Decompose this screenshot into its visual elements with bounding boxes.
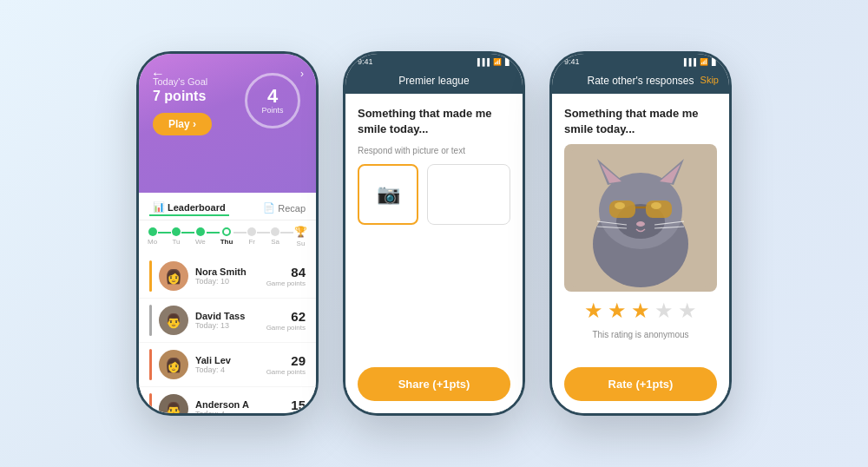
streak-day-su: 🏆 Su <box>294 226 307 247</box>
points-number: 4 <box>267 87 278 106</box>
score-label-1: Game points <box>266 280 306 287</box>
score-label-3: Game points <box>266 368 306 376</box>
streak-line-3 <box>207 232 220 234</box>
streak-day-thu: Thu <box>220 227 233 246</box>
forward-arrow-icon[interactable]: › <box>300 68 304 80</box>
back-arrow-icon[interactable]: ← <box>151 66 165 82</box>
svg-point-11 <box>615 202 625 209</box>
streak-line-6 <box>280 232 293 234</box>
table-row: 👩 Nora Smith Today: 10 84 Game points <box>139 254 316 299</box>
score-label-4: Game points <box>266 412 306 416</box>
leaderboard-list: 👩 Nora Smith Today: 10 84 Game points 👨 … <box>139 251 316 416</box>
tab-leaderboard[interactable]: 📊 Leaderboard <box>149 200 229 216</box>
leaderboard-icon: 📊 <box>153 201 165 213</box>
streak-dot-fr <box>247 227 256 236</box>
streak-day-sa: Sa <box>271 227 279 246</box>
user-name-3: Yali Lev <box>195 355 260 365</box>
user-info-4: Anderson A Today: 4 <box>195 399 260 416</box>
status-icons-2: ▐▐▐ 📶 ▊ <box>475 58 510 66</box>
avatar-2: 👨 <box>159 306 188 335</box>
phone-3: 9:41 ▐▐▐ 📶 ▊ Rate other's responses Skip… <box>549 51 732 416</box>
trophy-icon: 🏆 <box>294 226 307 238</box>
points-label: Points <box>261 106 283 115</box>
phone3-nav: Rate other's responses Skip <box>552 69 729 94</box>
streak-line-5 <box>257 232 270 234</box>
streak-day-we: We <box>195 227 206 246</box>
user-name-4: Anderson A <box>195 399 260 410</box>
score-number-2: 62 <box>266 309 306 324</box>
avatar-1: 👩 <box>159 261 188 291</box>
star-rating[interactable]: ★ ★ ★ ★ ★ <box>564 299 717 323</box>
battery-icon-3: ▊ <box>712 58 717 66</box>
star-2[interactable]: ★ <box>608 299 627 323</box>
wifi-icon: 📶 <box>493 58 502 66</box>
score-label-2: Game points <box>266 324 306 332</box>
phone2-nav: Premier league <box>345 69 523 94</box>
streak-dot-we <box>196 227 205 236</box>
phone2-body: Something that made me smile today... Re… <box>345 94 523 413</box>
phone-1: ← › Today's Goal 7 points Play › 4 Point… <box>136 51 319 416</box>
streak-dot-sa <box>271 227 279 236</box>
camera-icon: 📷 <box>377 183 400 206</box>
anon-label: This rating is anonymous <box>564 330 717 339</box>
status-bar-2: 9:41 ▐▐▐ 📶 ▊ <box>345 54 523 69</box>
streak-line-2 <box>181 232 194 234</box>
streak-day-fr: Fr <box>247 227 256 246</box>
svg-point-13 <box>636 221 645 227</box>
avatar-4: 👨 <box>159 394 188 416</box>
skip-button[interactable]: Skip <box>700 75 719 85</box>
user-name-1: Nora Smith <box>195 266 260 277</box>
svg-point-12 <box>651 202 661 209</box>
rank-bar-4 <box>149 393 152 416</box>
user-today-3: Today: 4 <box>195 365 260 374</box>
wifi-icon-3: 📶 <box>700 58 708 66</box>
table-row: 👩 Yali Lev Today: 4 29 Game points <box>139 343 316 387</box>
star-1[interactable]: ★ <box>584 299 603 323</box>
user-score-1: 84 Game points <box>266 265 306 287</box>
phone-2: 9:41 ▐▐▐ 📶 ▊ Premier league Something th… <box>343 51 525 416</box>
streak-line-4 <box>233 232 247 234</box>
star-4[interactable]: ★ <box>654 299 674 323</box>
phone2-input-area: 📷 <box>358 164 510 225</box>
phone3-question: Something that made me smile today... <box>564 106 717 137</box>
user-score-3: 29 Game points <box>266 353 306 376</box>
user-info-1: Nora Smith Today: 10 <box>195 266 260 286</box>
streak-line-1 <box>158 232 171 234</box>
user-name-2: David Tass <box>195 311 260 321</box>
status-time-3: 9:41 <box>564 57 580 66</box>
user-today-2: Today: 13 <box>195 321 260 330</box>
share-button[interactable]: Share (+1pts) <box>358 367 510 401</box>
score-number-3: 29 <box>266 353 306 368</box>
user-info-2: David Tass Today: 13 <box>195 311 260 330</box>
rate-button[interactable]: Rate (+1pts) <box>564 367 717 401</box>
streak-day-tu: Tu <box>172 227 181 246</box>
user-info-3: Yali Lev Today: 4 <box>195 355 260 374</box>
table-row: 👨 Anderson A Today: 4 15 Game points <box>139 387 316 416</box>
tab-recap[interactable]: 📄 Recap <box>263 202 306 214</box>
user-today-1: Today: 10 <box>195 277 260 286</box>
points-circle: 4 Points <box>245 73 300 128</box>
recap-icon: 📄 <box>263 202 275 214</box>
rank-bar-1 <box>149 260 152 292</box>
star-5[interactable]: ★ <box>678 299 697 323</box>
score-number-4: 15 <box>266 398 306 412</box>
phone3-body: Something that made me smile today... <box>552 94 729 413</box>
camera-button[interactable]: 📷 <box>358 164 418 225</box>
streak-day-mo: Mo <box>148 227 157 246</box>
tabs-bar: 📊 Leaderboard 📄 Recap <box>139 193 316 220</box>
battery-icon: ▊ <box>505 58 510 66</box>
star-3[interactable]: ★ <box>631 299 650 323</box>
table-row: 👨 David Tass Today: 13 62 Game points <box>139 299 316 343</box>
phone3-nav-title: Rate other's responses <box>587 75 694 87</box>
status-bar-3: 9:41 ▐▐▐ 📶 ▊ <box>552 54 729 69</box>
rank-bar-2 <box>149 305 152 336</box>
signal-icon-3: ▐▐▐ <box>681 58 696 66</box>
text-input[interactable] <box>427 164 510 225</box>
score-number-1: 84 <box>266 265 306 280</box>
phone2-sub-label: Respond with picture or text <box>358 146 510 155</box>
status-time-2: 9:41 <box>358 57 373 66</box>
play-button[interactable]: Play › <box>153 113 212 135</box>
streak-dot-mo <box>148 227 157 236</box>
cat-image <box>564 144 717 292</box>
cat-svg <box>571 148 710 287</box>
